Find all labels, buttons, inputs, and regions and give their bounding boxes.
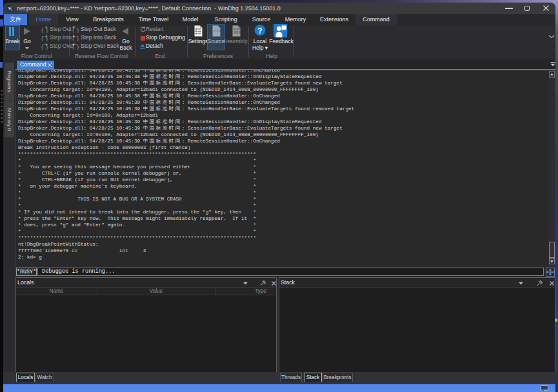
svg-text:}: }: [76, 28, 79, 34]
svg-text:{: {: [72, 28, 75, 34]
svg-text:{: {: [41, 28, 44, 34]
svg-text:1010: 1010: [233, 31, 240, 34]
svg-text:{: {: [41, 36, 44, 42]
svg-text:?: ?: [257, 26, 262, 35]
svg-text:}: }: [76, 44, 79, 50]
svg-text:{: {: [41, 44, 44, 50]
svg-text:</>: </>: [214, 29, 221, 34]
svg-text:}: }: [76, 36, 79, 42]
svg-text:}: }: [45, 28, 48, 34]
